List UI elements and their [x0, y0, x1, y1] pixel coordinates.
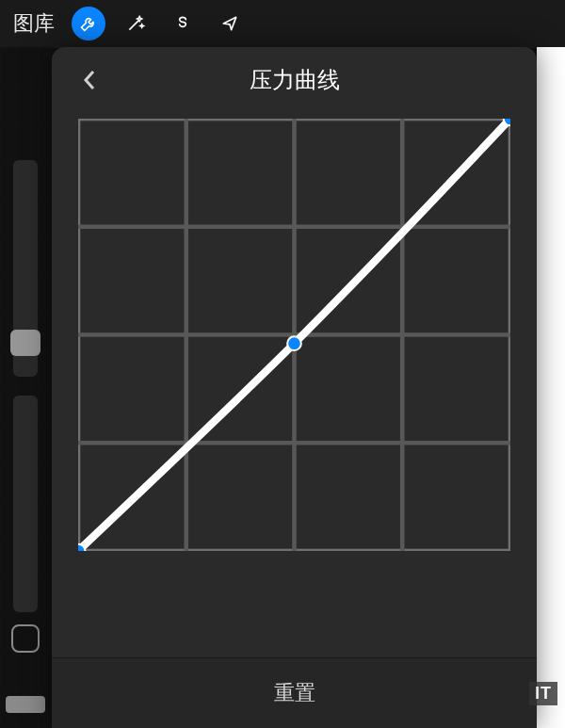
chevron-left-icon [83, 70, 96, 90]
magic-tool-button[interactable] [119, 7, 153, 40]
canvas-right-edge [537, 47, 565, 728]
modify-toggle[interactable] [11, 624, 40, 653]
reset-button[interactable]: 重置 [52, 657, 537, 728]
back-button[interactable] [71, 61, 108, 99]
curve-path-layer[interactable] [78, 119, 510, 551]
top-toolbar: 图库 [0, 0, 565, 47]
opacity-slider[interactable] [13, 396, 38, 612]
wand-icon [126, 14, 145, 33]
panel-header: 压力曲线 [52, 47, 537, 113]
arrow-icon [220, 14, 239, 33]
transform-tool-button[interactable] [213, 7, 247, 40]
wrench-icon [79, 14, 98, 33]
panel-title: 压力曲线 [52, 65, 537, 95]
undo-redo-handle[interactable] [6, 696, 45, 713]
selection-tool-button[interactable] [166, 7, 200, 40]
left-sidebar [0, 47, 52, 728]
adjust-tool-button[interactable] [72, 7, 105, 40]
watermark: IT [529, 682, 557, 705]
pressure-curve-panel: 压力曲线 重置 [52, 47, 537, 728]
s-icon [173, 14, 192, 33]
svg-point-8 [287, 336, 301, 350]
brush-size-slider[interactable] [13, 160, 38, 377]
pressure-curve-editor[interactable] [78, 119, 510, 644]
gallery-button[interactable]: 图库 [13, 9, 55, 38]
brush-size-thumb[interactable] [10, 330, 40, 356]
